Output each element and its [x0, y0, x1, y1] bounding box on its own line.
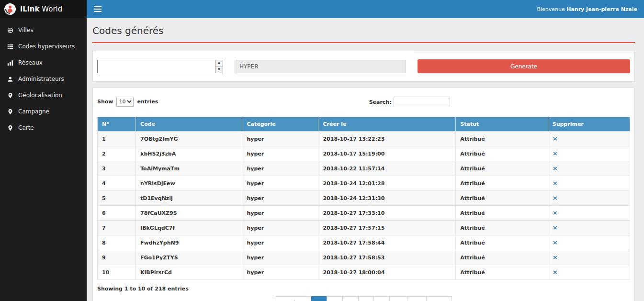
list-icon [7, 44, 13, 50]
status-cell: Attribué [456, 221, 548, 235]
category-cell: hyper [242, 146, 318, 161]
search-input[interactable] [394, 97, 450, 107]
delete-cell: × [548, 146, 630, 161]
delete-icon[interactable]: × [553, 239, 558, 246]
row-number: 5 [98, 191, 136, 206]
sidebar-item-codes-hyperviseurs[interactable]: Codes hyperviseurs [0, 38, 87, 55]
code-generator-panel: ▲ ▼ Generate [92, 51, 635, 82]
stepper-down-icon[interactable]: ▼ [215, 67, 223, 73]
column-header-creer-le[interactable]: Créer le [318, 117, 456, 132]
status-cell: Attribué [456, 161, 548, 176]
delete-icon[interactable]: × [553, 209, 558, 216]
sidebar-item-reseaux[interactable]: Réseaux [0, 55, 87, 71]
map-marker-icon [7, 109, 13, 115]
table-row: 4nYRlsDjEewhyper2018-10-24 12:01:28Attri… [98, 176, 630, 191]
codes-table-panel: Show 10 entries Search: N°CodeCatégorieC… [92, 88, 635, 301]
sidebar-item-geolocalisation[interactable]: Géolocalisation [0, 87, 87, 103]
entries-length-control: Show 10 entries [97, 97, 630, 107]
globe-icon [7, 27, 13, 33]
row-number: 2 [98, 146, 136, 161]
table-row: 5tD1EvqNzljhyper2018-10-24 12:31:30Attri… [98, 191, 630, 206]
generate-button[interactable]: Generate [418, 59, 630, 73]
stepper-buttons: ▲ ▼ [215, 60, 223, 73]
delete-cell: × [548, 265, 630, 280]
delete-icon[interactable]: × [553, 224, 558, 231]
created-cell: 2018-10-24 12:31:30 [318, 191, 456, 206]
page-button-4[interactable]: 4 [358, 296, 374, 301]
sidebar-item-administrateurs[interactable]: Administrateurs [0, 71, 87, 87]
page-button-next[interactable]: Next [426, 296, 452, 301]
code-cell: 7OBtg2lmYG [136, 132, 242, 146]
title-divider [92, 42, 635, 43]
topbar: Bienvenue Hanry Jean-pierre Nzale [87, 0, 644, 18]
sidebar-item-label: Codes hyperviseurs [18, 43, 75, 50]
sidebar-item-villes[interactable]: Villes [0, 22, 87, 38]
table-footer: Showing 1 to 10 of 218 entries Previous1… [97, 286, 630, 301]
page-button-22[interactable]: 22 [407, 296, 427, 301]
page-button-1[interactable]: 1 [311, 296, 328, 301]
quantity-input[interactable] [98, 60, 215, 73]
status-cell: Attribué [456, 206, 548, 221]
page-button-2[interactable]: 2 [327, 296, 343, 301]
column-header-categorie[interactable]: Catégorie [242, 117, 318, 132]
delete-icon[interactable]: × [553, 135, 558, 142]
row-number: 3 [98, 161, 136, 176]
created-cell: 2018-10-27 17:58:44 [318, 235, 456, 250]
page-button-5[interactable]: 5 [373, 296, 390, 301]
app-root: iLink World VillesCodes hyperviseursRése… [0, 0, 644, 301]
map-marker-icon [7, 125, 13, 131]
delete-icon[interactable]: × [553, 194, 558, 201]
created-cell: 2018-10-27 18:00:04 [318, 265, 456, 280]
delete-cell: × [548, 235, 630, 250]
delete-icon[interactable]: × [553, 254, 558, 261]
category-cell: hyper [242, 176, 318, 191]
delete-cell: × [548, 191, 630, 206]
entries-select[interactable]: 10 [116, 97, 134, 107]
category-input [235, 60, 406, 73]
created-cell: 2018-10-22 11:57:14 [318, 161, 456, 176]
row-number: 4 [98, 176, 136, 191]
code-cell: kbHS2j3zbA [136, 146, 242, 161]
brand[interactable]: iLink World [0, 0, 87, 18]
page-button-3[interactable]: 3 [342, 296, 359, 301]
category-cell: hyper [242, 235, 318, 250]
delete-cell: × [548, 221, 630, 235]
status-cell: Attribué [456, 146, 548, 161]
page-content: Codes générés ▲ ▼ Generate Show 10 [87, 18, 644, 301]
delete-icon[interactable]: × [553, 268, 558, 276]
quantity-stepper[interactable]: ▲ ▼ [97, 60, 223, 73]
column-header-supprimer[interactable]: Supprimer [548, 117, 630, 132]
column-header-statut[interactable]: Statut [456, 117, 548, 132]
stepper-up-icon[interactable]: ▲ [215, 60, 223, 67]
code-cell: IBkGLqdC7f [136, 221, 242, 235]
table-row: 9FGo1PyZTYShyper2018-10-27 17:58:53Attri… [98, 250, 630, 265]
table-row: 2kbHS2j3zbAhyper2018-10-17 15:19:00Attri… [98, 146, 630, 161]
pagination: Previous12345…22Next [97, 296, 630, 301]
row-number: 7 [98, 221, 136, 235]
table-row: 10KiBPirsrCdhyper2018-10-27 18:00:04Attr… [98, 265, 630, 280]
code-cell: KiBPirsrCd [136, 265, 242, 280]
status-cell: Attribué [456, 235, 548, 250]
column-header-n[interactable]: N° [98, 117, 136, 132]
table-row: 678fCaUXZ9Shyper2018-10-27 17:33:10Attri… [98, 206, 630, 221]
main-area: Bienvenue Hanry Jean-pierre Nzale Codes … [87, 0, 644, 301]
created-cell: 2018-10-27 17:33:10 [318, 206, 456, 221]
column-header-code[interactable]: Code [136, 117, 242, 132]
delete-icon[interactable]: × [553, 150, 558, 157]
delete-icon[interactable]: × [553, 179, 558, 187]
delete-cell: × [548, 161, 630, 176]
row-number: 1 [98, 132, 136, 146]
hamburger-menu-icon[interactable] [93, 4, 102, 14]
category-cell: hyper [242, 250, 318, 265]
delete-cell: × [548, 132, 630, 146]
table-info: Showing 1 to 10 of 218 entries [97, 286, 630, 292]
codes-table: N°CodeCatégorieCréer leStatutSupprimer 1… [97, 117, 630, 280]
sidebar-item-campagne[interactable]: Campagne [0, 103, 87, 120]
created-cell: 2018-10-17 13:22:23 [318, 132, 456, 146]
app-logo-icon [4, 3, 16, 15]
delete-icon[interactable]: × [553, 165, 558, 172]
sidebar-item-carte[interactable]: Carte [0, 120, 87, 136]
bar-chart-icon [7, 60, 13, 66]
code-cell: 78fCaUXZ9S [136, 206, 242, 221]
sidebar-menu: VillesCodes hyperviseursRéseauxAdministr… [0, 18, 87, 136]
